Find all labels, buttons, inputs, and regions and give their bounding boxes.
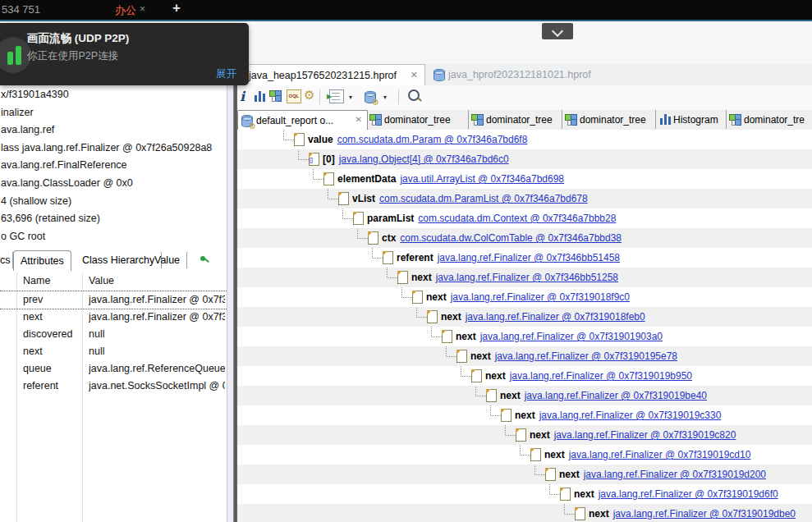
tree-row[interactable]: [0] java.lang.Object[4] @ 0x7f346a7bd6c0	[237, 149, 812, 169]
object-reference-link[interactable]: java.lang.ref.Finalizer @ 0x7f346bb51458	[438, 252, 620, 263]
tree-row[interactable]: ctx com.scudata.dw.ColComTable @ 0x7f346…	[237, 228, 812, 248]
field-name: next	[500, 390, 521, 401]
tree-row[interactable]: next java.lang.ref.Finalizer @ 0x7f31901…	[237, 465, 812, 484]
editor-tab-inactive[interactable]: java_hprof202312181021.hprof	[430, 64, 603, 85]
histogram-icon[interactable]	[254, 91, 266, 102]
object-reference-link[interactable]: java.lang.ref.Finalizer @ 0x7f319019d6f0	[599, 488, 778, 500]
tab-dominator-tree[interactable]: dominator_tree	[366, 110, 469, 129]
object-reference-link[interactable]: java.lang.ref.Finalizer @ 0x7f3190195e78	[495, 350, 677, 362]
run-expert-report-icon[interactable]	[329, 89, 344, 103]
inspector-line: ava.lang.ref.FinalReference	[1, 157, 212, 175]
tree-row[interactable]: next java.lang.ref.Finalizer @ 0x7f31901…	[237, 307, 812, 327]
object-reference-link[interactable]: java.lang.ref.Finalizer @ 0x7f319018f9c0	[451, 291, 630, 303]
tab-dominator-tree[interactable]: dominator_tree	[468, 110, 562, 129]
gear-icon[interactable]: ⚙	[304, 88, 314, 103]
field-name: referent	[397, 252, 434, 263]
object-reference-link[interactable]: com.scudata.dm.Context @ 0x7f346a7bbb28	[418, 213, 616, 224]
tree-row[interactable]: referent java.lang.ref.Finalizer @ 0x7f3…	[237, 248, 812, 268]
field-name: next	[544, 449, 565, 460]
pin-icon[interactable]	[200, 256, 205, 261]
p2p-notification-overlay: 画面流畅 (UDP P2P) 你正在使用P2P连接 展开	[0, 23, 249, 85]
tree-row[interactable]: next java.lang.ref.Finalizer @ 0x7f346bb…	[237, 268, 812, 287]
new-tab-button[interactable]: +	[172, 0, 181, 16]
oql-icon[interactable]: OQL	[287, 89, 301, 103]
info-icon[interactable]: i	[240, 89, 245, 104]
tree-row[interactable]: next java.lang.ref.Finalizer @ 0x7f31901…	[237, 425, 812, 445]
dropdown-arrow-icon[interactable]: ▾	[383, 94, 387, 101]
object-reference-link[interactable]: java.lang.ref.Finalizer @ 0x7f319019c330	[539, 410, 722, 421]
tree-row[interactable]: value com.scudata.dm.Param @ 0x7f346a7bd…	[237, 130, 812, 149]
tree-row[interactable]: next java.lang.ref.Finalizer @ 0x7f31901…	[237, 327, 812, 346]
dominator-tree-view: value com.scudata.dm.Param @ 0x7f346a7bd…	[237, 130, 812, 522]
object-reference-link[interactable]: java.lang.ref.Finalizer @ 0x7f319019dbe0	[613, 508, 796, 520]
tree-connector-icon	[387, 268, 397, 287]
editor-tab-active[interactable]: java_heap1576520231215.hprof ✕	[237, 64, 425, 86]
tab-histogram[interactable]: Histogram	[655, 110, 727, 129]
object-reference-link[interactable]: java.lang.ref.Finalizer @ 0x7f31901903a0	[480, 331, 663, 342]
field-name: value	[308, 134, 333, 145]
table-header: Name Value	[0, 272, 227, 290]
browser-tab-office[interactable]: 办公	[115, 3, 136, 18]
expand-link[interactable]: 展开	[216, 67, 236, 81]
close-icon[interactable]: ✕	[411, 70, 418, 80]
attr-name: next	[23, 343, 43, 360]
tree-row[interactable]: next java.lang.ref.Finalizer @ 0x7f31901…	[237, 386, 812, 405]
tree-row[interactable]: next java.lang.ref.Finalizer @ 0x7f31901…	[237, 346, 812, 366]
table-row[interactable]: referent java.net.SocksSocketImpl @ 0	[0, 378, 227, 395]
tree-connector-icon	[534, 465, 545, 484]
notification-subtitle: 你正在使用P2P连接	[27, 49, 118, 63]
tab-dominator-tree[interactable]: dominator_tre	[726, 110, 812, 129]
object-reference-link[interactable]: java.lang.ref.Finalizer @ 0x7f319019b950	[510, 370, 692, 382]
dropdown-arrow-icon[interactable]: ▾	[349, 94, 352, 101]
object-reference-link[interactable]: com.scudata.dw.ColComTable @ 0x7f346a7bb…	[400, 232, 622, 244]
browser-tab-close-icon[interactable]: ×	[140, 3, 145, 15]
tab-attributes[interactable]: Attributes	[13, 250, 71, 271]
dominator-tree-icon[interactable]	[269, 90, 282, 102]
tree-row[interactable]: paramList com.scudata.dm.Context @ 0x7f3…	[237, 208, 812, 228]
attr-value: null	[89, 326, 225, 343]
object-reference-link[interactable]: java.lang.Object[4] @ 0x7f346a7bd6c0	[339, 153, 509, 165]
dominator-tree-icon	[369, 114, 382, 126]
tree-row[interactable]: next java.lang.ref.Finalizer @ 0x7f31901…	[237, 287, 812, 307]
signal-bar-icon	[16, 46, 21, 65]
tab-default-report[interactable]: default_report o... ✕	[237, 110, 368, 130]
tree-connector-icon	[416, 307, 427, 327]
tree-row[interactable]: next java.lang.ref.Finalizer @ 0x7f31901…	[237, 445, 812, 465]
object-reference-link[interactable]: java.lang.ref.Finalizer @ 0x7f319019c820	[554, 429, 736, 441]
tree-row[interactable]: elementData java.util.ArrayList @ 0x7f34…	[237, 169, 812, 189]
table-row[interactable]: queue java.lang.ref.ReferenceQueue	[0, 360, 227, 378]
tree-connector-icon	[564, 504, 575, 522]
collapse-panel-button[interactable]	[542, 23, 573, 39]
chevron-down-icon	[552, 25, 563, 37]
object-reference-link[interactable]: java.lang.ref.Finalizer @ 0x7f319019be40	[525, 390, 707, 401]
object-reference-link[interactable]: java.lang.ref.Finalizer @ 0x7f319019cd10	[569, 449, 751, 460]
tree-connector-icon	[505, 425, 516, 445]
tree-connector-icon	[313, 169, 323, 189]
tree-row[interactable]: next java.lang.ref.Finalizer @ 0x7f31901…	[237, 405, 812, 425]
object-reference-link[interactable]: java.lang.ref.Finalizer @ 0x7f319019d200	[584, 469, 766, 480]
search-icon[interactable]	[408, 89, 420, 101]
tab-statics-partial[interactable]: cs	[0, 252, 13, 268]
table-row[interactable]: discovered null	[0, 326, 227, 343]
field-name: paramList	[367, 213, 414, 224]
tab-value[interactable]: Value	[148, 252, 187, 268]
table-row[interactable]: next null	[0, 343, 227, 360]
object-reference-link[interactable]: com.scudata.dm.Param @ 0x7f346a7bd6f8	[337, 134, 528, 145]
object-reference-link[interactable]: java.util.ArrayList @ 0x7f346a7bd698	[400, 173, 564, 185]
tree-row[interactable]: next java.lang.ref.Finalizer @ 0x7f31901…	[237, 484, 812, 504]
open-query-browser-icon[interactable]	[365, 91, 376, 103]
notification-title: 画面流畅 (UDP P2P)	[27, 31, 129, 46]
header-value: Value	[89, 272, 225, 290]
tree-row[interactable]: next java.lang.ref.Finalizer @ 0x7f31901…	[237, 504, 812, 522]
object-reference-link[interactable]: com.scudata.dm.ParamList @ 0x7f346a7bd67…	[379, 193, 588, 204]
tab-dominator-tree[interactable]: dominator_tree	[562, 110, 656, 129]
tree-row[interactable]: next java.lang.ref.Finalizer @ 0x7f31901…	[237, 366, 812, 386]
table-row[interactable]: prev java.lang.ref.Finalizer @ 0x7f3	[0, 291, 227, 309]
table-row[interactable]: next java.lang.ref.Finalizer @ 0x7f3	[0, 309, 227, 326]
tree-connector-icon	[475, 386, 486, 405]
close-icon[interactable]: ✕	[356, 115, 362, 124]
object-icon	[486, 389, 497, 402]
object-reference-link[interactable]: java.lang.ref.Finalizer @ 0x7f346bb51258	[436, 272, 618, 283]
object-reference-link[interactable]: java.lang.ref.Finalizer @ 0x7f319018feb0	[466, 311, 645, 323]
tree-row[interactable]: vList com.scudata.dm.ParamList @ 0x7f346…	[237, 189, 812, 208]
